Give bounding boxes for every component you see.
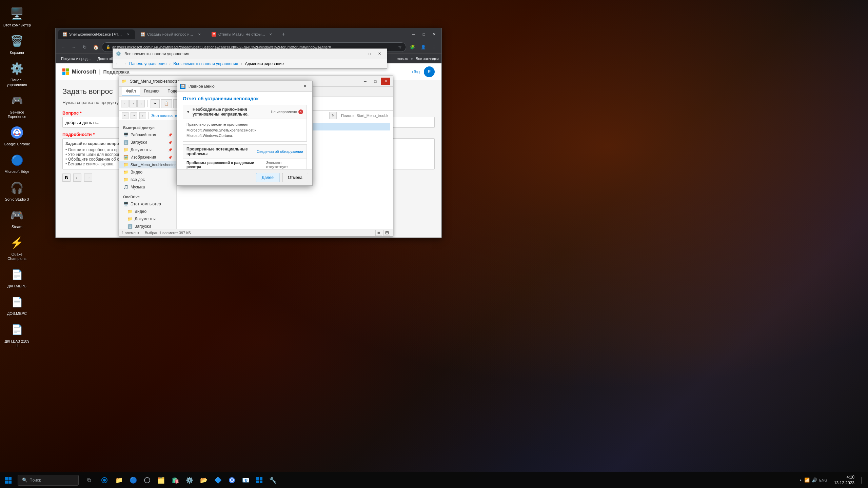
reload-button[interactable]: ↻ (80, 42, 90, 52)
taskbar-email-btn[interactable]: 📧 (239, 473, 253, 488)
ts-sidebar-item-images[interactable]: 🖼️ Изображения 📌 (119, 154, 176, 161)
taskbar-start-button[interactable] (0, 472, 16, 488)
taskbar-files2-btn[interactable]: 📂 (197, 473, 211, 488)
taskbar-extra-btn[interactable]: 🔧 (266, 473, 280, 488)
chrome-tab-3[interactable]: M Ответы Mail.ru: Не открываетс... ✕ (208, 29, 277, 39)
ts-sidebar-item-desktop[interactable]: 🖥️ Рабочий стол 📌 (119, 131, 176, 139)
taskbar-task-view-button[interactable]: ⧉ (81, 473, 96, 488)
ts-ribbon-btn2[interactable]: → (129, 100, 137, 107)
diag-next-button[interactable]: Далее (256, 173, 279, 182)
tab3-close-button[interactable]: ✕ (268, 32, 273, 37)
ts-ribbon-btn3[interactable]: ↑ (137, 100, 145, 107)
forward-button[interactable]: → (69, 42, 79, 52)
ts-sidebar-item-video[interactable]: 📁 Видео (119, 168, 176, 176)
browser-close-button[interactable]: ✕ (429, 30, 439, 38)
diag-discovery-link[interactable]: Сведения об обнаружении (257, 149, 303, 154)
ts-addr-forward[interactable]: → (131, 112, 137, 119)
desktop-icon-sonic[interactable]: 🎧 Sonic Studio 3 (1, 178, 33, 204)
desktop-icon-quake[interactable]: ⚡ Quake Champions (1, 232, 33, 263)
ms-bold-button[interactable]: B (62, 174, 71, 182)
tab1-close-button[interactable]: ✕ (125, 32, 131, 37)
taskbar-taskbar-btn[interactable] (140, 473, 154, 488)
desktop-icon-this-computer[interactable]: 🖥️ Этот компьютер (1, 3, 33, 29)
ms-back-button-form[interactable]: ← (73, 174, 81, 182)
ts-minimize-button[interactable]: ─ (360, 78, 370, 85)
desktop-icon-steam[interactable]: 🎮 Steam (1, 205, 33, 231)
ts-sidebar-item-docs[interactable]: 📁 Документы 📌 (119, 146, 176, 154)
cp-minimize-button[interactable]: ─ (354, 50, 364, 58)
chrome-tab-1[interactable]: 🪟 ShellExperienceHost.exe | Что т... ✕ (58, 29, 135, 39)
ts-addr-refresh[interactable]: ↻ (329, 112, 337, 119)
taskbar-language-indicator[interactable]: ENG (819, 478, 827, 482)
taskbar-winlogo-btn[interactable] (253, 473, 266, 488)
all-bookmarks-link[interactable]: Все закладки (416, 57, 439, 61)
ts-sidebar-item-downloads2[interactable]: ⬇️ Загрузки (119, 223, 176, 229)
taskbar-hidden-icons-button[interactable]: ▲ (799, 478, 802, 482)
desktop-icon-chrome[interactable]: Google Chrome (1, 122, 33, 148)
bookmark-star-icon[interactable]: ☆ (398, 45, 402, 49)
ts-sidebar-item-docs2[interactable]: 📁 Документы (119, 215, 176, 223)
extensions-button[interactable]: 🧩 (408, 42, 417, 52)
ts-list-view-btn[interactable]: ≡ (375, 230, 382, 236)
desktop-icon-edge[interactable]: 🔵 Microsoft Edge (1, 150, 33, 176)
cp-nav-back[interactable]: ← (116, 61, 120, 66)
desktop-icon-doc2[interactable]: 📄 ДОВ.МЕРС (1, 292, 33, 318)
mos-ru-bookmark[interactable]: mos.ru (397, 57, 408, 61)
ts-ribbon-tab-home[interactable]: Главная (140, 87, 164, 96)
cp-close-button[interactable]: ✕ (375, 50, 384, 58)
ms-forward-button-form[interactable]: → (84, 174, 92, 182)
ts-close-button[interactable]: ✕ (381, 78, 390, 85)
tab2-close-button[interactable]: ✕ (197, 32, 202, 37)
cp-maximize-button[interactable]: □ (364, 50, 374, 58)
diag-expand-icon[interactable]: ▼ (186, 110, 190, 114)
ts-sidebar-item-thispc-header[interactable]: 🖥️ Этот компьютер (119, 200, 176, 208)
diag-cancel-button[interactable]: Отмена (282, 173, 308, 182)
ts-ribbon-cut-btn[interactable]: ✂ (151, 99, 160, 108)
taskbar-clock[interactable]: 4:10 13.12.2023 (831, 474, 857, 486)
back-button[interactable]: ← (58, 42, 68, 52)
desktop-icon-recycle-bin[interactable]: 🗑️ Корзина (1, 31, 33, 57)
taskbar-edge-btn[interactable]: 🔵 (126, 473, 140, 488)
taskbar-files-btn[interactable]: 🗂️ (154, 473, 168, 488)
ts-sidebar-item-alldoc[interactable]: 📁 все дос (119, 176, 176, 183)
profile-button[interactable]: 👤 (418, 42, 428, 52)
ts-maximize-button[interactable]: □ (371, 78, 380, 85)
ts-ribbon-copy-btn[interactable]: 📋 (161, 99, 172, 108)
ts-ribbon-btn1[interactable]: ← (121, 100, 129, 107)
taskbar-chrome-btn[interactable] (225, 473, 239, 488)
taskbar-explorer-btn[interactable]: 📁 (112, 473, 126, 488)
ts-sidebar-item-startmenu[interactable]: 📁 Start_Menu_troubleshooter (119, 161, 176, 168)
ts-sidebar-item-downloads[interactable]: ⬇️ Загрузки 📌 (119, 139, 176, 146)
chrome-menu-button[interactable]: ⋮ (429, 42, 439, 52)
bookmark-pokupka[interactable]: Покупка и прод... (58, 56, 93, 61)
desktop-icon-doc1[interactable]: 📄 ДКП.МЕРС (1, 264, 33, 290)
cp-path-cp[interactable]: Панель управления (129, 61, 166, 66)
desktop-icon-doc3[interactable]: 📄 ДКП.ВАЗ 2109 Н (1, 320, 33, 350)
ts-sidebar-item-video2[interactable]: 📁 Видео (119, 208, 176, 215)
ms-avatar[interactable]: R (424, 66, 435, 77)
desktop-icon-geforce[interactable]: 🎮 GeForce Experience (1, 90, 33, 121)
taskbar-powershell-btn[interactable]: 🔷 (211, 473, 225, 488)
cp-nav-forward[interactable]: → (122, 61, 126, 66)
ts-search-input[interactable] (339, 112, 390, 119)
taskbar-cortana-button[interactable] (97, 473, 112, 488)
taskbar-store-btn[interactable]: 🛍️ (168, 473, 182, 488)
ts-addr-back[interactable]: ← (122, 112, 129, 119)
home-button[interactable]: 🏠 (91, 42, 100, 52)
browser-minimize-button[interactable]: ─ (409, 30, 418, 38)
new-tab-button[interactable]: + (279, 29, 288, 39)
taskbar-volume-icon[interactable]: 🔊 (812, 477, 817, 483)
taskbar-network-icon[interactable]: 📶 (804, 477, 810, 483)
cp-path-all[interactable]: Все элементы панели управления (173, 61, 238, 66)
ts-sidebar-item-music[interactable]: 🎵 Музыка (119, 183, 176, 191)
ts-addr-up[interactable]: ↑ (139, 112, 146, 119)
taskbar-search-box[interactable]: 🔍 Поиск (18, 475, 79, 486)
chrome-tab-2[interactable]: 🪟 Создать новый вопрос или на... ✕ (136, 29, 206, 39)
desktop-icon-control-panel[interactable]: ⚙️ Панель управления (1, 58, 33, 89)
diag-close-button[interactable]: ✕ (300, 83, 310, 90)
taskbar-show-desktop-button[interactable] (859, 473, 864, 488)
ts-ribbon-tab-file[interactable]: Файл (122, 87, 140, 96)
taskbar-settings-btn[interactable]: ⚙️ (182, 473, 197, 488)
browser-maximize-button[interactable]: □ (419, 30, 429, 38)
ts-icon-view-btn[interactable]: ⊞ (383, 230, 390, 236)
